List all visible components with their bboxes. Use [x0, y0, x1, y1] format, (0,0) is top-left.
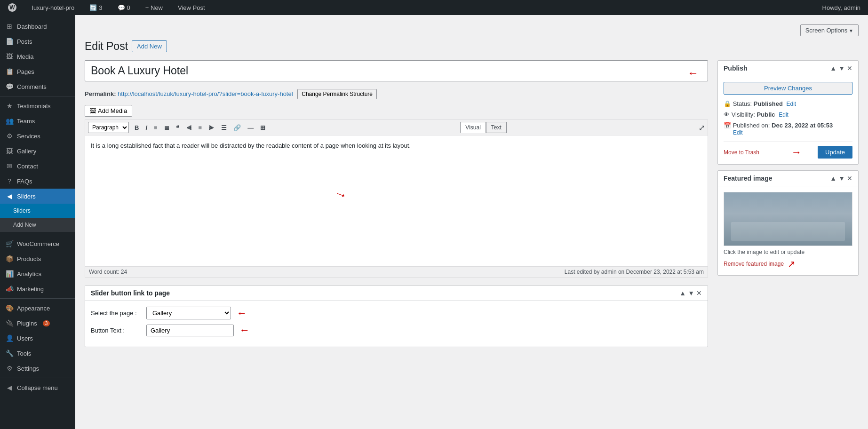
submenu-item-sliders[interactable]: Sliders — [0, 204, 75, 218]
button-text-arrow: ← — [239, 324, 250, 336]
paragraph-select[interactable]: Paragraph — [88, 122, 129, 133]
toolbar-align-right[interactable]: ⫸ — [206, 122, 217, 133]
appearance-icon: 🎨 — [6, 304, 13, 312]
toolbar-align-center[interactable]: ≡ — [196, 122, 205, 133]
submenu-item-add-new[interactable]: Add New — [0, 218, 75, 232]
last-edited: Last edited by admin on December 23, 202… — [565, 269, 704, 275]
contact-icon: ✉ — [6, 162, 13, 170]
publish-collapse-up[interactable]: ▲ — [830, 64, 836, 72]
toolbar-row-1: Paragraph B I ≡ ≣ ❝ ⫷ ≡ ⫸ ☰ 🔗 — ⊞ — [88, 122, 705, 133]
adminbar-new[interactable]: + New — [142, 0, 167, 15]
toolbar-more[interactable]: — — [245, 122, 256, 133]
svg-rect-10 — [821, 223, 844, 225]
adminbar-view-post[interactable]: View Post — [174, 0, 209, 15]
sidebar-item-media[interactable]: 🖼 Media — [0, 49, 75, 64]
sidebar-item-gallery[interactable]: 🖼 Gallery — [0, 143, 75, 159]
submenu-sliders-label: Sliders — [13, 207, 31, 214]
button-text-label: Button Text : — [91, 327, 143, 334]
metabox-close-btn[interactable]: ✕ — [696, 289, 702, 297]
remove-featured-image-link[interactable]: Remove featured image — [724, 261, 784, 267]
add-new-button[interactable]: Add New — [132, 40, 167, 52]
post-title-container: ← — [85, 60, 708, 85]
metabox-down-btn[interactable]: ▼ — [688, 289, 694, 297]
sidebar-item-label: Users — [17, 335, 33, 342]
toolbar-unordered-list[interactable]: ≡ — [151, 122, 160, 133]
sidebar-item-posts[interactable]: 📄 Posts — [0, 34, 75, 49]
sidebar-item-testimonials[interactable]: ★ Testimonials — [0, 98, 75, 113]
select-page-dropdown[interactable]: Gallery Home About Contact Services — [146, 307, 231, 319]
sidebar-item-teams[interactable]: 👥 Teams — [0, 113, 75, 128]
sidebar-item-contact[interactable]: ✉ Contact — [0, 159, 75, 174]
toolbar-align-left[interactable]: ⫷ — [183, 122, 195, 133]
sidebar-item-marketing[interactable]: 📣 Marketing — [0, 281, 75, 296]
permalink-url[interactable]: http://localhost/luzuk/luxury-hotel-pro/… — [118, 90, 293, 97]
sidebar-item-plugins[interactable]: 🔌 Plugins 3 — [0, 316, 75, 331]
toolbar-link[interactable]: 🔗 — [231, 122, 244, 133]
update-button[interactable]: Update — [818, 146, 852, 159]
toolbar-expand-btn[interactable]: ⤢ — [699, 123, 705, 132]
menu-separator-2 — [0, 234, 75, 234]
sidebar-item-users[interactable]: 👤 Users — [0, 331, 75, 346]
featured-image-close[interactable]: ✕ — [847, 175, 852, 182]
sidebar-item-services[interactable]: ⚙ Services — [0, 128, 75, 143]
publish-collapse-down[interactable]: ▼ — [838, 64, 845, 72]
published-edit-link[interactable]: Edit — [733, 129, 743, 136]
sidebar-item-dashboard[interactable]: ⊞ Dashboard — [0, 19, 75, 34]
sidebar-item-faqs[interactable]: ? FAQs — [0, 174, 75, 189]
visibility-edit-link[interactable]: Edit — [779, 111, 788, 118]
toolbar-table[interactable]: ⊞ — [257, 122, 268, 133]
button-text-input[interactable] — [146, 325, 234, 336]
comments-icon: 💬 — [6, 83, 13, 90]
sidebar-item-label: WooCommerce — [17, 240, 59, 247]
sidebar-item-label: Pages — [17, 68, 34, 75]
sidebar-item-settings[interactable]: ⚙ Settings — [0, 361, 75, 376]
add-media-button[interactable]: 🖼 Add Media — [85, 105, 132, 117]
sidebar-item-analytics[interactable]: 📊 Analytics — [0, 266, 75, 281]
adminbar-comments[interactable]: 💬 0 — [114, 0, 134, 15]
post-title-input[interactable] — [85, 60, 708, 81]
tab-text[interactable]: Text — [486, 122, 507, 133]
adminbar-wp-logo[interactable]: W — [4, 0, 21, 15]
sidebar-item-tools[interactable]: 🔧 Tools — [0, 346, 75, 361]
sidebar-item-label: Analytics — [17, 270, 41, 278]
change-permalink-button[interactable]: Change Permalink Structure — [297, 89, 377, 99]
featured-image-thumbnail[interactable] — [724, 192, 852, 246]
featured-image-down[interactable]: ▼ — [838, 175, 845, 182]
sidebar-item-products[interactable]: 📦 Products — [0, 251, 75, 266]
collapse-menu[interactable]: ◀ Collapse menu — [0, 380, 75, 395]
editor-area[interactable]: It is a long established fact that a rea… — [85, 135, 708, 267]
featured-image-up[interactable]: ▲ — [830, 175, 836, 182]
toolbar-blockquote[interactable]: ❝ — [173, 122, 182, 133]
status-icon: 🔒 — [724, 100, 733, 107]
sidebar-item-comments[interactable]: 💬 Comments — [0, 79, 75, 94]
featured-image-panel: Featured image ▲ ▼ ✕ — [717, 170, 859, 276]
select-page-row: Select the page : Gallery Home About Con… — [91, 307, 702, 319]
screen-options-button[interactable]: Screen Options — [800, 24, 859, 36]
sidebar-item-woocommerce[interactable]: 🛒 WooCommerce — [0, 236, 75, 251]
adminbar-site-name[interactable]: luxury-hotel-pro — [28, 0, 78, 15]
sidebar-item-appearance[interactable]: 🎨 Appearance — [0, 301, 75, 316]
adminbar-updates[interactable]: 🔄 3 — [86, 0, 106, 15]
tab-visual[interactable]: Visual — [460, 122, 486, 133]
toolbar-ordered-list[interactable]: ≣ — [161, 122, 172, 133]
toolbar-bold[interactable]: B — [132, 122, 142, 133]
sidebar-item-pages[interactable]: 📋 Pages — [0, 64, 75, 79]
svg-rect-8 — [788, 218, 816, 237]
metabox-collapse-btn[interactable]: ▲ — [679, 289, 686, 297]
preview-changes-button[interactable]: Preview Changes — [724, 82, 852, 95]
sidebar-item-label: Posts — [17, 38, 32, 45]
toolbar-align-justify[interactable]: ☰ — [218, 122, 230, 133]
toolbar-italic[interactable]: I — [143, 122, 150, 133]
sliders-submenu: Sliders Add New — [0, 204, 75, 232]
sidebar-item-label: Sliders — [17, 193, 36, 200]
status-edit-link[interactable]: Edit — [786, 101, 796, 107]
move-to-trash-link[interactable]: Move to Trash — [724, 149, 759, 156]
status-row: 🔒 Status: Published Edit — [724, 100, 852, 107]
editor-toolbar: Paragraph B I ≡ ≣ ❝ ⫷ ≡ ⫸ ☰ 🔗 — ⊞ — [85, 119, 708, 135]
post-content: It is a long established fact that a rea… — [91, 142, 411, 149]
sidebar-item-sliders[interactable]: ◀ Sliders — [0, 189, 75, 204]
publish-close[interactable]: ✕ — [847, 64, 852, 72]
publish-panel-controls: ▲ ▼ ✕ — [830, 64, 852, 72]
sidebar-item-label: Teams — [17, 118, 35, 125]
metabox-header[interactable]: Slider button link to page ▲ ▼ ✕ — [85, 286, 708, 301]
